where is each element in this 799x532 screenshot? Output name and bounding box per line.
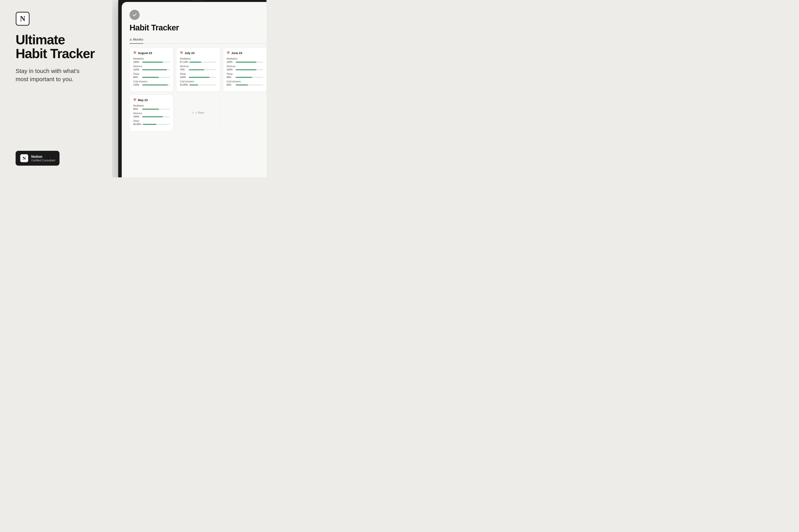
habit-row: Cold showers 42.85% <box>180 80 216 86</box>
card-july-23[interactable]: 📅 July 23 Meditation 57.14% Workout <box>176 48 220 92</box>
card-title: August 23 <box>138 51 152 55</box>
svg-text:N: N <box>23 156 26 161</box>
card-header: 📅 May 23 <box>133 98 170 102</box>
tablet-mockup: Habit Tracker ⊞ Months 📅 August 23 <box>118 0 266 177</box>
card-header: 📅 July 23 <box>180 51 216 55</box>
card-header: 📅 June 23 <box>227 51 263 55</box>
habit-row: Cold showers 125% <box>133 80 170 86</box>
left-panel: N Ultimate Habit Tracker Stay in touch w… <box>0 0 112 177</box>
new-card-button[interactable]: + + New <box>176 95 220 131</box>
card-may-23[interactable]: 📅 May 23 Meditation 80% Workout <box>130 95 173 131</box>
card-header: 📅 August 23 <box>133 51 170 55</box>
camera-bump <box>190 0 206 1</box>
card-june-23[interactable]: 📅 June 23 Meditation 100% Workout <box>223 48 266 92</box>
svg-text:N: N <box>20 15 25 23</box>
page-icon-checkmark <box>130 10 140 20</box>
calendar-icon: 📅 <box>133 52 136 54</box>
cards-grid: 📅 August 23 Meditation 100% Workout <box>130 48 266 131</box>
gallery-icon: ⊞ <box>130 38 132 41</box>
main-title: Ultimate Habit Tracker <box>16 33 100 61</box>
card-august-23[interactable]: 📅 August 23 Meditation 100% Workout <box>130 48 173 92</box>
new-label: + New <box>195 111 204 115</box>
badge-title: Notion <box>31 155 55 159</box>
habit-row: Sleep 100% <box>180 73 216 79</box>
tablet-screen: Habit Tracker ⊞ Months 📅 August 23 <box>122 2 266 177</box>
habit-row: Workout 100% <box>133 112 170 118</box>
page-icon-row <box>130 10 266 20</box>
tablet-top-bar <box>122 0 266 2</box>
tabs-row: ⊞ Months <box>130 36 266 44</box>
right-panel: Habit Tracker ⊞ Months 📅 August 23 <box>112 0 266 177</box>
card-title: July 23 <box>185 51 194 55</box>
habit-row: Workout 75% <box>180 65 216 71</box>
habit-row: Meditation 57.14% <box>180 57 216 63</box>
habit-row: Meditation 80% <box>133 104 170 110</box>
calendar-icon: 📅 <box>180 52 183 54</box>
calendar-icon: 📅 <box>133 98 136 101</box>
card-title: June 23 <box>231 51 242 55</box>
notion-logo: N <box>16 12 100 26</box>
habit-row: Sleep 80% <box>227 73 263 79</box>
habit-row: Workout 100% <box>227 65 263 71</box>
plus-icon: + <box>192 111 194 115</box>
page-title: Habit Tracker <box>130 23 266 32</box>
habit-row: Sleep 80% <box>133 73 170 79</box>
badge-text: Notion Certified Consultant <box>31 155 55 162</box>
habit-row: Meditation 100% <box>133 57 170 63</box>
habit-row: Sleep 66.66% <box>133 119 170 126</box>
tab-months[interactable]: ⊞ Months <box>130 36 143 44</box>
certified-badge: N Notion Certified Consultant <box>16 151 59 166</box>
page-content: Habit Tracker ⊞ Months 📅 August 23 <box>122 2 266 177</box>
badge-subtitle: Certified Consultant <box>31 159 55 162</box>
card-title: May 23 <box>138 98 148 102</box>
subtitle: Stay in touch with what's most important… <box>16 67 90 83</box>
habit-row: Workout 120% <box>133 65 170 71</box>
habit-row: Meditation 100% <box>227 57 263 63</box>
tab-months-label: Months <box>133 38 143 41</box>
habit-row: Cold showers 60% <box>227 80 263 86</box>
calendar-icon: 📅 <box>227 52 230 54</box>
notion-badge-icon: N <box>20 154 28 163</box>
